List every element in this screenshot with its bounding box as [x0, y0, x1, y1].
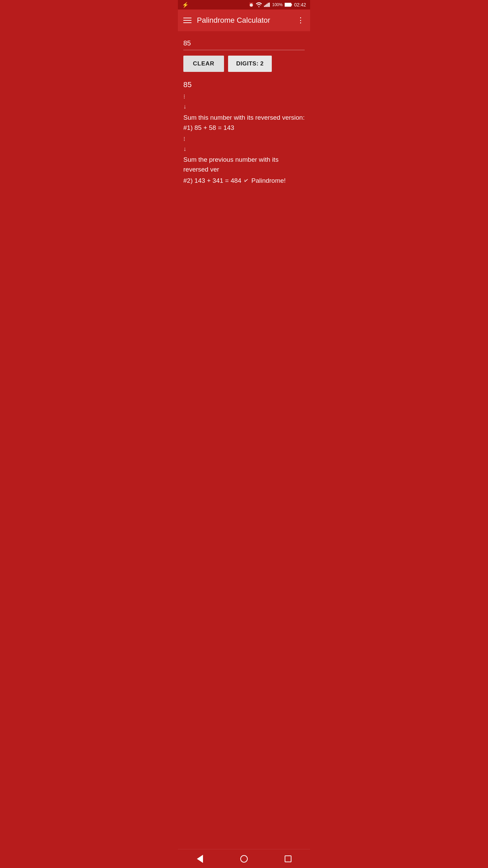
status-right: ⏰ 100% 02:42: [249, 2, 306, 7]
svg-rect-1: [265, 5, 266, 7]
signal-icon: [264, 2, 270, 7]
svg-rect-6: [291, 4, 292, 6]
step2-calc: #2) 143 + 341 = 484: [183, 177, 241, 184]
result-section: 85 ⁝↓ Sum this number with its reversed …: [183, 79, 305, 186]
svg-rect-5: [285, 3, 291, 6]
wifi-icon: [256, 2, 262, 7]
status-bar: ⚡ ⏰ 100% 02:42: [178, 0, 310, 9]
hamburger-line-1: [183, 18, 191, 18]
hamburger-line-2: [183, 20, 191, 21]
app-title: Palindrome Calculator: [197, 16, 270, 25]
step2-calc-palindrome: #2) 143 + 341 = 484 🗸 Palindrome!: [183, 177, 286, 184]
digits-button[interactable]: DIGITS: 2: [228, 56, 272, 72]
step1-calc: #1) 85 + 58 = 143: [183, 123, 305, 133]
alarm-icon: ⏰: [249, 2, 254, 7]
palindrome-text: Palindrome!: [251, 177, 286, 184]
app-bar-left: Palindrome Calculator: [183, 16, 270, 25]
input-section: [183, 38, 305, 50]
svg-rect-3: [268, 3, 269, 7]
hamburger-line-3: [183, 22, 191, 23]
arrow-down-1: ⁝↓: [183, 92, 305, 112]
number-input[interactable]: [183, 38, 305, 50]
step1-label: Sum this number with its reversed versio…: [183, 113, 305, 123]
hamburger-menu-button[interactable]: [183, 18, 191, 23]
svg-rect-4: [269, 3, 270, 7]
buttons-row: CLEAR DIGITS: 2: [183, 56, 305, 72]
svg-rect-2: [266, 4, 267, 7]
arrow-down-2: ⁝↓: [183, 134, 305, 154]
more-options-button[interactable]: ⋮: [297, 16, 305, 25]
main-content: CLEAR DIGITS: 2 85 ⁝↓ Sum this number wi…: [178, 31, 310, 193]
time-display: 02:42: [294, 2, 306, 7]
lightning-icon: ⚡: [182, 2, 189, 8]
checkmark-icon: 🗸: [243, 177, 251, 184]
clear-button[interactable]: CLEAR: [183, 56, 224, 72]
battery-percent: 100%: [272, 2, 283, 7]
input-number-display: 85: [183, 79, 305, 91]
status-left: ⚡: [182, 2, 189, 8]
svg-rect-0: [264, 6, 265, 7]
step2-label: Sum the previous number with its reverse…: [183, 155, 305, 174]
app-bar: Palindrome Calculator ⋮: [178, 9, 310, 31]
battery-icon: [285, 3, 292, 7]
